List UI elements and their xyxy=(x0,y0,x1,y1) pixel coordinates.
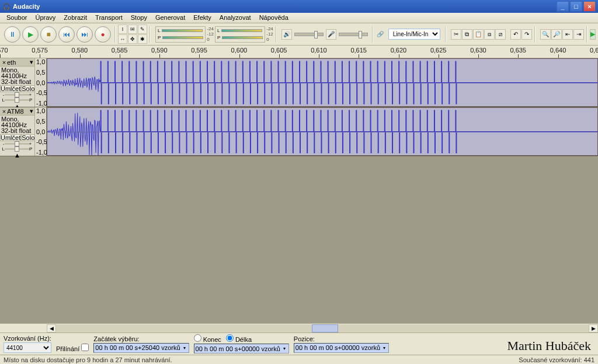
rate-label: Vzorkování (Hz): xyxy=(4,335,51,342)
track-close[interactable]: × xyxy=(1,59,7,66)
tool-envelope[interactable]: ✉ xyxy=(128,24,137,34)
tool-zoom[interactable]: ↔ xyxy=(118,34,127,44)
play-at-speed-button[interactable]: ▶ xyxy=(590,29,596,40)
input-device-select[interactable]: Line-In/Mic-In xyxy=(388,29,440,40)
input-vol-slider[interactable] xyxy=(339,33,368,36)
edit-buttons: ✂ ⧉ 📋 ⧈ ⧄ xyxy=(451,29,506,40)
menu-view[interactable]: Zobrazit xyxy=(60,13,91,23)
track-vscale: 1,00,50,0-0,5-1,0 xyxy=(35,58,47,107)
scroll-trough[interactable] xyxy=(56,324,589,332)
tool-multi[interactable]: ✱ xyxy=(138,34,147,44)
cut-button[interactable]: ✂ xyxy=(451,29,461,40)
selection-start-time[interactable]: 00 h 00 m 00 s+25040 vzorků▾ xyxy=(93,343,189,353)
horizontal-scrollbar[interactable]: ◀ ▶ xyxy=(0,323,598,332)
track-control: ×ATM8▾ Mono, 44100Hz32-bit float UmlčetS… xyxy=(0,107,35,156)
output-vol-slider[interactable] xyxy=(294,33,324,36)
tracks-area: ×eth▾ Mono, 44100Hz32-bit float UmlčetSo… xyxy=(0,58,598,323)
menu-transport[interactable]: Transport xyxy=(91,13,127,23)
minimize-button[interactable]: _ xyxy=(557,1,569,12)
collapse-icon[interactable]: ▲ xyxy=(14,152,20,159)
record-button[interactable]: ● xyxy=(95,26,111,43)
paste-button[interactable]: 📋 xyxy=(473,29,484,40)
gain-slider[interactable]: -+ xyxy=(0,141,34,146)
waveform-canvas[interactable] xyxy=(47,58,598,107)
output-meter[interactable]: L P xyxy=(155,26,206,43)
copy-button[interactable]: ⧉ xyxy=(462,29,472,40)
trim-button[interactable]: ⧈ xyxy=(484,29,495,40)
track-menu-dropdown[interactable]: ▾ xyxy=(30,107,33,115)
menu-edit[interactable]: Úpravy xyxy=(31,13,60,23)
fit-selection-button[interactable]: ⇤ xyxy=(562,29,573,40)
track-control: ×eth▾ Mono, 44100Hz32-bit float UmlčetSo… xyxy=(0,58,35,107)
track-0: ×eth▾ Mono, 44100Hz32-bit float UmlčetSo… xyxy=(0,58,598,107)
stop-button[interactable]: ■ xyxy=(40,26,57,43)
zoom-buttons: 🔍 🔎 ⇤ ⇥ xyxy=(540,29,584,40)
link-icon: 🔗 xyxy=(377,31,384,37)
zoom-out-button[interactable]: 🔎 xyxy=(551,29,562,40)
length-radio[interactable]: Délka xyxy=(226,334,252,343)
rate-select[interactable]: 44100 xyxy=(4,342,51,353)
track-vscale: 1,00,50,0-0,5-1,0 xyxy=(35,107,47,156)
input-vol-icon[interactable]: 🎤 xyxy=(326,29,336,40)
menu-generate[interactable]: Generovat xyxy=(151,13,189,23)
zoom-in-button[interactable]: 🔍 xyxy=(540,29,551,40)
silence-button[interactable]: ⧄ xyxy=(495,29,506,40)
solo-button[interactable]: Solo xyxy=(21,85,35,92)
status-left: Místo na disku dostačuje pro 9 hodin a 2… xyxy=(4,356,172,363)
undo-button[interactable]: ↶ xyxy=(510,29,521,40)
menu-help[interactable]: Nápověda xyxy=(255,13,293,23)
output-vol-icon[interactable]: 🔊 xyxy=(281,29,292,40)
watermark-text: Martin Hubáček xyxy=(507,338,591,354)
input-meter[interactable]: L P xyxy=(215,26,265,43)
scroll-thumb[interactable] xyxy=(312,324,339,332)
meters: L P -24 -12 0 L P -24 -12 0 xyxy=(155,26,273,43)
tool-draw[interactable]: ✎ xyxy=(138,24,147,34)
status-right: Současné vzorkování: 441 xyxy=(519,356,594,363)
skip-end-button[interactable]: ⏭ xyxy=(77,26,93,43)
maximize-button[interactable]: □ xyxy=(570,1,582,12)
redo-button[interactable]: ↷ xyxy=(521,29,532,40)
close-button[interactable]: × xyxy=(583,1,596,12)
status-bar: Místo na disku dostačuje pro 9 hodin a 2… xyxy=(0,355,598,364)
tool-selection[interactable]: I xyxy=(118,24,127,34)
app-icon: 🎧 xyxy=(2,2,11,10)
selection-toolbar: Vzorkování (Hz): 44100 Přilínání Začátek… xyxy=(0,332,598,355)
menu-bar: Soubor Úpravy Zobrazit Transport Stopy G… xyxy=(0,13,598,23)
track-name[interactable]: eth xyxy=(7,59,16,66)
position-time[interactable]: 00 h 00 m 00 s+00000 vzorků▾ xyxy=(294,343,389,353)
menu-analyze[interactable]: Analyzovat xyxy=(215,13,255,23)
transport-controls: ⏸ ▶ ■ ⏮ ⏭ ● xyxy=(3,25,112,44)
solo-button[interactable]: Solo xyxy=(21,134,35,141)
play-button[interactable]: ▶ xyxy=(22,26,39,43)
snap-checkbox[interactable]: Přilínání xyxy=(56,344,89,352)
selection-length-time[interactable]: 00 h 00 m 00 s+00000 vzorků▾ xyxy=(194,344,289,354)
track-close[interactable]: × xyxy=(1,108,7,115)
tool-timeshift[interactable]: ✥ xyxy=(128,34,137,44)
menu-file[interactable]: Soubor xyxy=(2,13,31,23)
pan-slider[interactable]: LP xyxy=(0,97,34,103)
timeline-ruler[interactable]: 0,5700,5750,5800,5850,5900,5950,6000,605… xyxy=(0,46,598,58)
end-radio[interactable]: Konec xyxy=(194,334,221,343)
mute-button[interactable]: Umlčet xyxy=(0,85,21,92)
fit-project-button[interactable]: ⇥ xyxy=(573,29,584,40)
selection-start-label: Začátek výběru: xyxy=(93,335,189,342)
track-info: Mono, 44100Hz32-bit float xyxy=(0,116,34,134)
position-label: Pozice: xyxy=(294,335,389,342)
waveform-canvas[interactable] xyxy=(47,107,598,156)
track-info: Mono, 44100Hz32-bit float xyxy=(0,66,34,85)
track-1: ×ATM8▾ Mono, 44100Hz32-bit float UmlčetS… xyxy=(0,107,598,156)
skip-start-button[interactable]: ⏮ xyxy=(58,26,75,43)
menu-effects[interactable]: Efekty xyxy=(189,13,215,23)
scroll-right-arrow[interactable]: ▶ xyxy=(589,324,598,332)
pause-button[interactable]: ⏸ xyxy=(4,26,20,43)
mute-button[interactable]: Umlčet xyxy=(0,134,21,141)
scroll-left-arrow[interactable]: ◀ xyxy=(47,324,56,332)
pan-slider[interactable]: LP xyxy=(0,146,34,152)
menu-tracks[interactable]: Stopy xyxy=(127,13,151,23)
window-title: Audacity xyxy=(13,3,40,10)
track-menu-dropdown[interactable]: ▾ xyxy=(30,58,33,66)
edit-tools: I ✉ ✎ ↔ ✥ ✱ xyxy=(118,24,147,44)
toolbar: ⏸ ▶ ■ ⏮ ⏭ ● I ✉ ✎ ↔ ✥ ✱ L P -24 -12 0 L … xyxy=(0,23,598,46)
track-name[interactable]: ATM8 xyxy=(7,108,24,115)
gain-slider[interactable]: -+ xyxy=(0,92,34,97)
